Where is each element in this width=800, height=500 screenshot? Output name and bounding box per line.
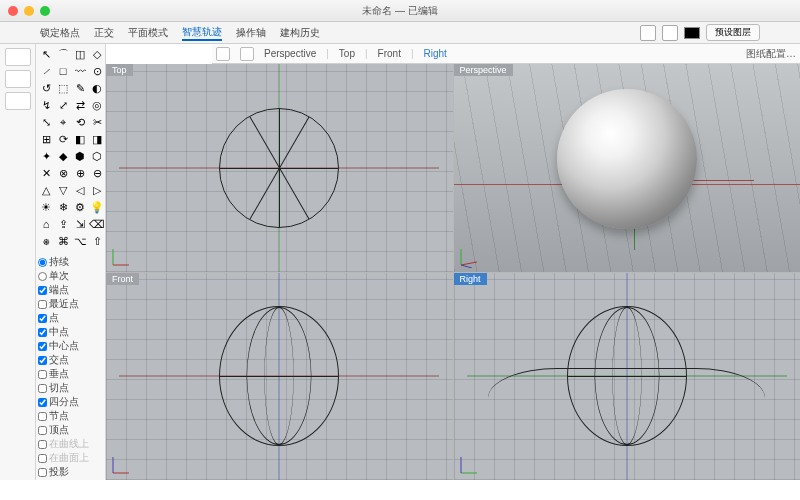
tool-icon-5[interactable]: □ — [55, 63, 71, 79]
view-layout-icon[interactable] — [216, 47, 230, 61]
tool-icon-36[interactable]: ☀ — [38, 199, 54, 215]
osnap-check-12[interactable] — [38, 426, 47, 435]
tool-icon-12[interactable]: ↯ — [38, 97, 54, 113]
tool-icon-1[interactable]: ⌒ — [55, 46, 71, 62]
rail-btn-3[interactable] — [5, 92, 31, 110]
history-fwd-icon[interactable] — [662, 25, 678, 41]
viewport-label-persp[interactable]: Perspective — [454, 64, 513, 76]
menu-tab-4[interactable]: 操作轴 — [236, 26, 266, 40]
osnap-row-5[interactable]: 中点 — [38, 325, 103, 339]
tool-icon-32[interactable]: △ — [38, 182, 54, 198]
osnap-check-13[interactable] — [38, 440, 47, 449]
menu-tab-5[interactable]: 建构历史 — [280, 26, 320, 40]
tool-icon-0[interactable]: ↖ — [38, 46, 54, 62]
tool-icon-38[interactable]: ⚙ — [72, 199, 88, 215]
osnap-row-0[interactable]: 持续 — [38, 255, 103, 269]
tool-icon-13[interactable]: ⤢ — [55, 97, 71, 113]
viewport-top[interactable]: Top — [106, 64, 453, 272]
osnap-row-8[interactable]: 垂点 — [38, 367, 103, 381]
osnap-row-13[interactable]: 在曲线上 — [38, 437, 103, 451]
rail-btn-2[interactable] — [5, 70, 31, 88]
layer-color-swatch[interactable] — [684, 27, 700, 39]
tool-icon-16[interactable]: ⤡ — [38, 114, 54, 130]
menu-tab-3[interactable]: 智慧轨迹 — [182, 25, 222, 41]
tool-icon-28[interactable]: ✕ — [38, 165, 54, 181]
osnap-check-8[interactable] — [38, 370, 47, 379]
osnap-check-6[interactable] — [38, 342, 47, 351]
tool-icon-11[interactable]: ◐ — [89, 80, 105, 96]
osnap-row-6[interactable]: 中心点 — [38, 339, 103, 353]
tool-icon-2[interactable]: ◫ — [72, 46, 88, 62]
osnap-check-4[interactable] — [38, 314, 47, 323]
tool-icon-25[interactable]: ◆ — [55, 148, 71, 164]
osnap-check-10[interactable] — [38, 398, 47, 407]
close-icon[interactable] — [8, 6, 18, 16]
osnap-check-0[interactable] — [38, 258, 47, 267]
osnap-check-11[interactable] — [38, 412, 47, 421]
tool-icon-44[interactable]: ⎈ — [38, 233, 54, 249]
tool-icon-9[interactable]: ⬚ — [55, 80, 71, 96]
tool-icon-40[interactable]: ⌂ — [38, 216, 54, 232]
tool-icon-30[interactable]: ⊕ — [72, 165, 88, 181]
tool-icon-15[interactable]: ◎ — [89, 97, 105, 113]
menu-tab-0[interactable]: 锁定格点 — [40, 26, 80, 40]
view-single-icon[interactable] — [240, 47, 254, 61]
tool-icon-20[interactable]: ⊞ — [38, 131, 54, 147]
view-tab-persp[interactable]: Perspective — [264, 48, 316, 59]
minimize-icon[interactable] — [24, 6, 34, 16]
osnap-check-2[interactable] — [38, 286, 47, 295]
tool-icon-6[interactable]: 〰 — [72, 63, 88, 79]
osnap-check-15[interactable] — [38, 468, 47, 477]
view-tab-right[interactable]: Right — [424, 48, 447, 59]
tool-icon-3[interactable]: ◇ — [89, 46, 105, 62]
tool-icon-21[interactable]: ⟳ — [55, 131, 71, 147]
tool-icon-46[interactable]: ⌥ — [72, 233, 88, 249]
menu-tab-2[interactable]: 平面模式 — [128, 26, 168, 40]
osnap-check-1[interactable] — [38, 272, 47, 281]
osnap-row-1[interactable]: 单次 — [38, 269, 103, 283]
tool-icon-35[interactable]: ▷ — [89, 182, 105, 198]
osnap-row-12[interactable]: 顶点 — [38, 423, 103, 437]
osnap-row-7[interactable]: 交点 — [38, 353, 103, 367]
tool-icon-42[interactable]: ⇲ — [72, 216, 88, 232]
osnap-row-3[interactable]: 最近点 — [38, 297, 103, 311]
tool-icon-4[interactable]: ⟋ — [38, 63, 54, 79]
viewport-label-front[interactable]: Front — [106, 273, 139, 285]
tool-icon-29[interactable]: ⊗ — [55, 165, 71, 181]
tool-icon-31[interactable]: ⊖ — [89, 165, 105, 181]
layout-config-button[interactable]: 图纸配置… — [746, 47, 796, 61]
tool-icon-39[interactable]: 💡 — [89, 199, 105, 215]
viewport-label-top[interactable]: Top — [106, 64, 133, 76]
osnap-row-10[interactable]: 四分点 — [38, 395, 103, 409]
osnap-row-11[interactable]: 节点 — [38, 409, 103, 423]
osnap-check-3[interactable] — [38, 300, 47, 309]
layer-button[interactable]: 预设图层 — [706, 24, 760, 41]
osnap-check-7[interactable] — [38, 356, 47, 365]
tool-icon-14[interactable]: ⇄ — [72, 97, 88, 113]
viewport-front[interactable]: Front — [106, 273, 453, 481]
viewport-right[interactable]: Right — [454, 273, 801, 481]
rail-btn-1[interactable] — [5, 48, 31, 66]
osnap-row-9[interactable]: 切点 — [38, 381, 103, 395]
view-tab-top[interactable]: Top — [339, 48, 355, 59]
tool-icon-34[interactable]: ◁ — [72, 182, 88, 198]
maximize-icon[interactable] — [40, 6, 50, 16]
tool-icon-27[interactable]: ⬡ — [89, 148, 105, 164]
tool-icon-47[interactable]: ⇧ — [89, 233, 105, 249]
osnap-row-4[interactable]: 点 — [38, 311, 103, 325]
osnap-row-15[interactable]: 投影 — [38, 465, 103, 479]
tool-icon-7[interactable]: ⊙ — [89, 63, 105, 79]
osnap-check-5[interactable] — [38, 328, 47, 337]
tool-icon-26[interactable]: ⬢ — [72, 148, 88, 164]
tool-icon-43[interactable]: ⌫ — [89, 216, 105, 232]
tool-icon-10[interactable]: ✎ — [72, 80, 88, 96]
menu-tab-1[interactable]: 正交 — [94, 26, 114, 40]
view-tab-front[interactable]: Front — [378, 48, 401, 59]
tool-icon-23[interactable]: ◨ — [89, 131, 105, 147]
tool-icon-37[interactable]: ❄ — [55, 199, 71, 215]
osnap-row-2[interactable]: 端点 — [38, 283, 103, 297]
history-back-icon[interactable] — [640, 25, 656, 41]
tool-icon-22[interactable]: ◧ — [72, 131, 88, 147]
osnap-row-14[interactable]: 在曲面上 — [38, 451, 103, 465]
tool-icon-41[interactable]: ⇪ — [55, 216, 71, 232]
